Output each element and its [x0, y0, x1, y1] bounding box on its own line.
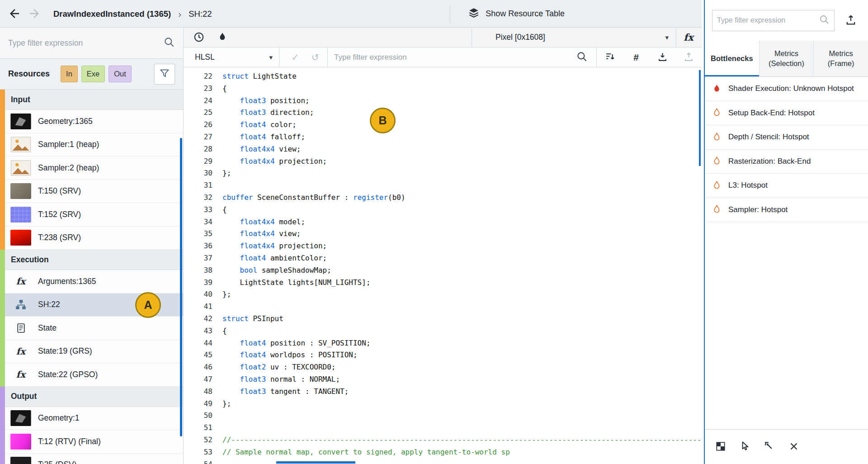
code-text: {	[222, 325, 227, 337]
code-horizontal-scrollbar[interactable]	[276, 461, 355, 464]
sort-button[interactable]	[597, 47, 623, 67]
code-text: float4 ambientColor;	[222, 252, 327, 265]
bottleneck-item[interactable]: Rasterization: Back-End	[705, 150, 868, 174]
resource-label: T:150 (SRV)	[38, 186, 81, 196]
fx-button[interactable]: fx	[677, 28, 700, 47]
line-number: 39	[184, 277, 212, 289]
code-line: 42struct PSInput	[184, 313, 702, 325]
code-text: float2 uv : TEXCOORD0;	[222, 361, 335, 374]
code-vertical-scrollbar[interactable]	[699, 70, 701, 166]
resource-state19[interactable]: fx State:19 (GRS)	[5, 340, 183, 364]
language-dropdown[interactable]: HLSL ▾	[184, 47, 279, 67]
forward-button[interactable]	[25, 5, 43, 23]
pixel-history-button[interactable]	[735, 436, 755, 457]
resource-t150[interactable]: T:150 (SRV)	[5, 180, 183, 204]
code-line: 38 bool sampleShadowMap;	[184, 265, 702, 277]
clear-selection-button[interactable]	[783, 436, 804, 457]
resource-sampler-2[interactable]: Sampler:2 (heap)	[5, 156, 183, 180]
resource-label: State	[38, 323, 57, 333]
code-line: 31	[184, 180, 702, 192]
resource-arguments-1365[interactable]: fx Arguments:1365	[5, 270, 183, 294]
upload-button[interactable]	[675, 47, 702, 67]
filter-in-toggle[interactable]: In	[61, 66, 78, 82]
resource-label: T:238 (SRV)	[38, 233, 81, 242]
texture-thumbnail	[10, 230, 31, 246]
diff-view-button[interactable]	[710, 436, 731, 457]
code-text: };	[222, 398, 231, 410]
line-number: 34	[184, 216, 212, 228]
resource-sampler-1[interactable]: Sampler:1 (heap)	[5, 133, 183, 157]
resource-state[interactable]: State	[5, 317, 183, 340]
execution-section: Execution fx Arguments:1365 SH:22	[0, 250, 183, 387]
code-filter-input[interactable]	[334, 53, 576, 62]
geometry-thumbnail	[10, 114, 31, 129]
resource-geometry-1[interactable]: Geometry:1	[5, 407, 183, 431]
bottleneck-item[interactable]: Shader Execution: Unknown Hotspot	[705, 77, 868, 101]
resource-t238[interactable]: T:238 (SRV)	[5, 227, 183, 250]
metrics-filter-input[interactable]	[717, 16, 819, 24]
line-number: 26	[184, 119, 212, 131]
filter-button[interactable]	[154, 64, 175, 85]
tab-bottlenecks[interactable]: Bottlenecks	[705, 41, 760, 76]
resource-t152[interactable]: T:152 (SRV)	[5, 203, 183, 227]
revert-button[interactable]: ↺	[306, 47, 325, 67]
code-line: 26 float4 color;	[184, 119, 702, 131]
sort-icon	[604, 51, 616, 64]
resource-t12[interactable]: T:12 (RTV) (Final)	[5, 430, 183, 454]
bottleneck-item[interactable]: Depth / Stencil: Hotspot	[705, 125, 868, 150]
back-button[interactable]	[5, 5, 24, 23]
code-text: float4 position : SV_POSITION;	[222, 337, 371, 350]
annotation-a: A	[135, 292, 161, 318]
tab-metrics-selection[interactable]: Metrics (Selection)	[760, 41, 814, 76]
breadcrumb-event[interactable]: DrawIndexedInstanced (1365)	[53, 9, 171, 19]
resources-filter-input[interactable]	[8, 38, 163, 48]
line-number: 43	[184, 325, 212, 337]
resource-filter-toggles: In Exe Out	[61, 66, 132, 82]
bottleneck-item[interactable]: Sampler: Hotspot	[705, 198, 868, 223]
breadcrumb-shader[interactable]: SH:22	[189, 9, 212, 19]
tab-metrics-frame[interactable]: Metrics (Frame)	[814, 41, 868, 76]
editor-toolbar-code: HLSL ▾ ✓ ↺	[184, 47, 702, 67]
show-resource-table-button[interactable]: Show Resource Table	[468, 0, 565, 28]
pixel-selector-dropdown[interactable]: Pixel [0x1608] ▾	[472, 28, 676, 47]
bottleneck-label: Sampler: Hotspot	[728, 205, 788, 214]
code-line: 39 LightState lights[NUM_LIGHTS];	[184, 277, 702, 289]
code-line: 23{	[184, 83, 702, 95]
line-number: 37	[184, 252, 212, 265]
hotspots-button[interactable]	[214, 29, 231, 46]
line-number: 38	[184, 265, 212, 277]
resource-label: T:152 (SRV)	[38, 210, 81, 219]
shader-panel: Pixel [0x1608] ▾ fx HLSL ▾ ✓ ↺	[184, 28, 702, 464]
resource-state22[interactable]: fx State:22 (GPSO)	[5, 363, 183, 387]
code-line: 48 float3 tangent : TANGENT;	[184, 386, 702, 398]
code-editor[interactable]: 22struct LightState23{24 float3 position…	[184, 67, 702, 464]
bottleneck-item[interactable]: Setup Back-End: Hotspot	[705, 101, 868, 126]
filter-exe-toggle[interactable]: Exe	[81, 66, 105, 82]
filter-out-toggle[interactable]: Out	[108, 66, 132, 82]
resource-t25[interactable]: T:25 (DSV)	[5, 454, 183, 464]
code-line: 41	[184, 301, 702, 313]
resource-label: Sampler:2 (heap)	[38, 163, 99, 173]
apply-button[interactable]: ✓	[286, 47, 305, 67]
fx-icon: fx	[10, 276, 31, 287]
bottleneck-list: Shader Execution: Unknown Hotspot Setup …	[705, 77, 868, 222]
code-text: struct LightState	[222, 71, 297, 83]
line-numbers-button[interactable]: #	[623, 47, 649, 67]
resource-label: T:12 (RTV) (Final)	[38, 437, 101, 446]
bottleneck-item[interactable]: L3: Hotspot	[705, 174, 868, 198]
download-button[interactable]	[649, 47, 675, 67]
hotspot-flame-icon	[712, 84, 722, 94]
code-text: // Sample normal map, convert to signed,…	[222, 446, 510, 459]
line-number: 22	[184, 71, 212, 83]
code-line: 24 float3 position;	[184, 95, 702, 107]
code-line: 40};	[184, 289, 702, 301]
line-number: 32	[184, 192, 212, 204]
history-button[interactable]	[191, 29, 207, 46]
sidebar-scrollbar[interactable]	[180, 138, 182, 436]
flame-icon	[217, 32, 227, 44]
pick-pixel-button[interactable]	[759, 436, 780, 457]
line-number: 35	[184, 228, 212, 240]
line-number: 49	[184, 398, 212, 410]
export-button[interactable]	[841, 10, 861, 30]
resource-geometry-1365[interactable]: Geometry:1365	[5, 110, 183, 133]
